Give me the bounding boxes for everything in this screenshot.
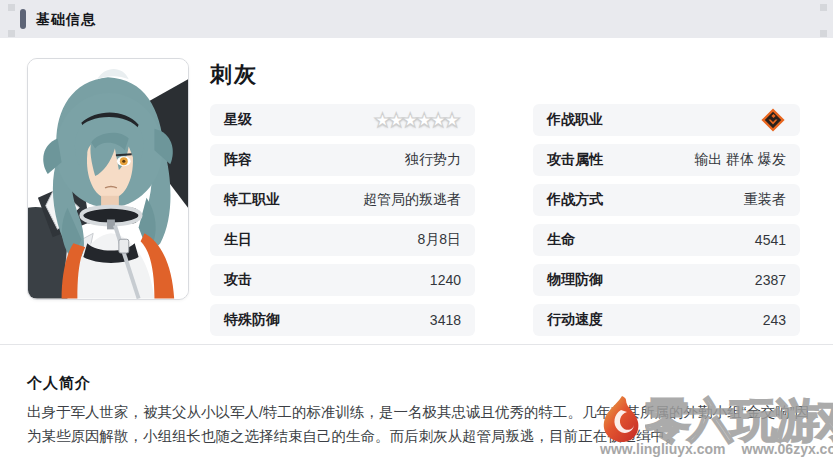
section-header: 基础信息	[0, 0, 833, 38]
watermark-dot	[8, 4, 15, 11]
section-title: 基础信息	[36, 0, 96, 38]
info-row-faction: 阵容 独行势力	[210, 144, 475, 176]
section-divider	[0, 344, 833, 345]
watermark-dot	[820, 4, 827, 11]
info-row-combat-style: 作战方式 重装者	[533, 184, 800, 216]
profile-text: 出身于军人世家，被其父从小以军人/特工的标准训练，是一名极其忠诚且优秀的特工。几…	[27, 400, 813, 448]
character-portrait-art	[28, 59, 188, 299]
character-name: 刺灰	[210, 60, 258, 90]
star-rating: ★ ★ ★ ★ ★ ★	[377, 110, 461, 130]
info-row-physical-defense: 物理防御 2387	[533, 264, 800, 296]
star-icon: ★	[443, 110, 461, 130]
section-accent-bar	[20, 9, 26, 29]
profile-title: 个人简介	[27, 374, 91, 393]
info-row-special-defense: 特殊防御 3418	[210, 304, 475, 336]
character-info-page: 基础信息	[0, 0, 833, 459]
character-portrait[interactable]	[27, 58, 189, 300]
combat-class-diamond-icon	[760, 107, 786, 133]
watermark-dot	[8, 30, 15, 37]
info-row-attack-attributes: 攻击属性 输出 群体 爆发	[533, 144, 800, 176]
watermark-dot	[820, 30, 827, 37]
info-row-star-rating: 星级 ★ ★ ★ ★ ★ ★	[210, 104, 475, 136]
info-row-birthday: 生日 8月8日	[210, 224, 475, 256]
info-row-hp: 生命 4541	[533, 224, 800, 256]
info-row-agent-class: 特工职业 超管局的叛逃者	[210, 184, 475, 216]
info-row-attack: 攻击 1240	[210, 264, 475, 296]
info-row-combat-class: 作战职业	[533, 104, 800, 136]
info-row-speed: 行动速度 243	[533, 304, 800, 336]
